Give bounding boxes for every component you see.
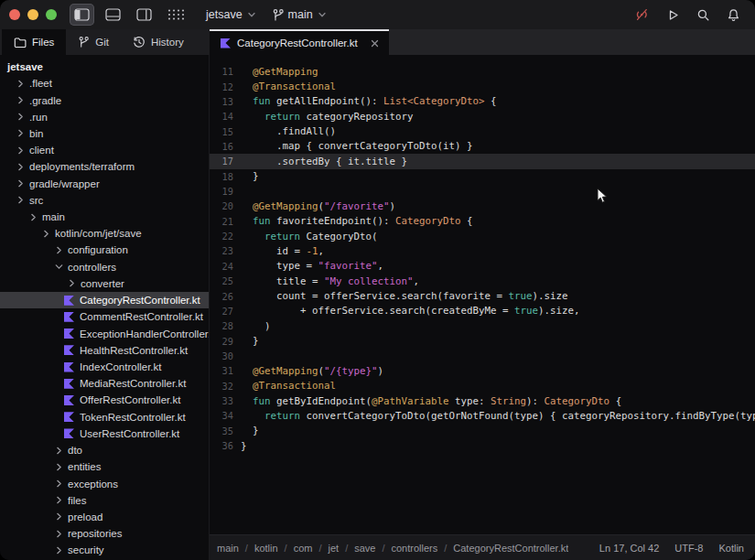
- chevron-right-icon[interactable]: [13, 178, 27, 190]
- code-line[interactable]: 33 fun getByIdEndpoint(@PathVariable typ…: [210, 393, 755, 408]
- tree-item[interactable]: MediaRestController.kt: [0, 375, 209, 392]
- tree-item[interactable]: .gradle: [0, 92, 209, 108]
- code-editor[interactable]: 11 @GetMapping12 @Transactional13 fun ge…: [210, 55, 755, 534]
- tree-item[interactable]: UserRestController.kt: [0, 425, 209, 442]
- project-switcher[interactable]: jetsave: [206, 8, 257, 21]
- line-number[interactable]: 27: [210, 306, 233, 317]
- code-line[interactable]: 22 return CategoryDto(: [210, 229, 755, 243]
- tree-item[interactable]: main: [0, 209, 209, 225]
- code-line[interactable]: 17 .sortedBy { it.title }: [210, 154, 755, 168]
- chevron-right-icon[interactable]: [64, 277, 79, 290]
- line-number[interactable]: 17: [210, 156, 233, 167]
- chevron-right-icon[interactable]: [13, 194, 27, 207]
- chevron-right-icon[interactable]: [51, 444, 66, 457]
- line-number[interactable]: 16: [210, 141, 233, 152]
- code-line[interactable]: 24 type = "favorite",: [210, 259, 755, 274]
- tree-item[interactable]: src: [0, 192, 209, 209]
- tree-item[interactable]: exceptions: [0, 475, 209, 491]
- code-line[interactable]: 14 return categoryRepository: [210, 109, 755, 124]
- search-button[interactable]: [693, 4, 714, 26]
- chevron-right-icon[interactable]: [51, 494, 66, 507]
- smart-mode-off-button[interactable]: [631, 4, 653, 26]
- line-number[interactable]: 32: [210, 381, 233, 392]
- code-line[interactable]: 26 count = offerService.search(favorite …: [210, 288, 755, 303]
- chevron-right-icon[interactable]: [13, 127, 27, 140]
- toggle-bottom-panel-button[interactable]: [101, 4, 125, 26]
- code-line[interactable]: 23 id = -1,: [210, 243, 755, 258]
- code-line[interactable]: 11 @GetMapping: [210, 64, 755, 79]
- tree-item[interactable]: files: [0, 492, 209, 509]
- line-number[interactable]: 35: [210, 425, 233, 436]
- code-line[interactable]: 15 .findAll(): [210, 124, 755, 138]
- tree-item[interactable]: TokenRestController.kt: [0, 409, 209, 425]
- tab-history[interactable]: History: [121, 29, 196, 55]
- code-line[interactable]: 34 return convertCategoryToDto(getOrNotF…: [210, 408, 755, 423]
- branch-switcher[interactable]: main: [272, 8, 328, 22]
- toggle-right-panel-button[interactable]: [132, 4, 156, 26]
- breadcrumb-segment[interactable]: com: [294, 543, 313, 554]
- line-number[interactable]: 33: [210, 395, 233, 406]
- code-line[interactable]: 21 fun favoriteEndpoint(): CategoryDto {: [210, 214, 755, 229]
- tree-item[interactable]: deployments/terraform: [0, 158, 209, 175]
- line-number[interactable]: 30: [210, 350, 233, 361]
- close-window-button[interactable]: [9, 9, 20, 20]
- minimize-window-button[interactable]: [27, 9, 38, 20]
- tree-item[interactable]: gradle/wrapper: [0, 176, 209, 192]
- line-number[interactable]: 14: [210, 111, 233, 122]
- code-line[interactable]: 29 }: [210, 333, 755, 348]
- notifications-button[interactable]: [723, 4, 744, 26]
- code-line[interactable]: 35 }: [210, 424, 755, 438]
- tree-item[interactable]: kotlin/com/jet/save: [0, 225, 209, 242]
- line-number[interactable]: 31: [210, 365, 233, 376]
- toggle-left-panel-button[interactable]: [70, 4, 94, 26]
- chevron-right-icon[interactable]: [51, 460, 66, 473]
- tree-item[interactable]: client: [0, 142, 209, 158]
- line-number[interactable]: 22: [210, 231, 233, 242]
- tab-files[interactable]: Files: [2, 29, 66, 55]
- line-number[interactable]: 15: [210, 126, 233, 137]
- line-number[interactable]: 21: [210, 216, 233, 227]
- chevron-right-icon[interactable]: [51, 511, 66, 523]
- editor-tab-categoryrestcontroller[interactable]: CategoryRestController.kt: [210, 29, 389, 55]
- run-button[interactable]: [663, 4, 684, 26]
- chevron-right-icon[interactable]: [13, 77, 27, 90]
- line-number[interactable]: 26: [210, 291, 233, 302]
- tree-item[interactable]: IndexController.kt: [0, 359, 209, 375]
- tree-item[interactable]: dto: [0, 442, 209, 458]
- tree-item[interactable]: repositories: [0, 525, 209, 542]
- code-line[interactable]: 32 @Transactional: [210, 379, 755, 393]
- chevron-right-icon[interactable]: [51, 527, 66, 540]
- chevron-down-icon[interactable]: [51, 261, 66, 274]
- chevron-right-icon[interactable]: [13, 160, 27, 173]
- line-number[interactable]: 12: [210, 81, 233, 92]
- close-tab-icon[interactable]: [370, 38, 380, 48]
- tree-item[interactable]: preload: [0, 509, 209, 525]
- line-number[interactable]: 28: [210, 320, 233, 331]
- tree-root-jetsave[interactable]: jetsave: [0, 59, 209, 75]
- code-line[interactable]: 27 + offerService.search(createdByMe = t…: [210, 304, 755, 318]
- tree-item[interactable]: HealthRestController.kt: [0, 342, 209, 359]
- chevron-right-icon[interactable]: [26, 210, 40, 223]
- line-number[interactable]: 19: [210, 186, 233, 197]
- tree-item[interactable]: .run: [0, 109, 209, 125]
- code-line[interactable]: 25 title = "My collection",: [210, 274, 755, 288]
- tree-item[interactable]: .fleet: [0, 75, 209, 92]
- zoom-window-button[interactable]: [46, 9, 57, 20]
- tree-item[interactable]: converter: [0, 275, 209, 292]
- code-line[interactable]: 20 @GetMapping("/favorite"): [210, 199, 755, 213]
- line-number[interactable]: 25: [210, 275, 233, 286]
- chevron-right-icon[interactable]: [51, 478, 66, 490]
- file-encoding[interactable]: UTF-8: [674, 543, 703, 554]
- code-line[interactable]: 30: [210, 349, 755, 363]
- line-number[interactable]: 11: [210, 66, 233, 77]
- tree-item[interactable]: controllers: [0, 259, 209, 275]
- code-line[interactable]: 18 }: [210, 169, 755, 184]
- code-line[interactable]: 36}: [210, 438, 755, 453]
- code-line[interactable]: 31 @GetMapping("/{type}"): [210, 363, 755, 378]
- line-number[interactable]: 24: [210, 261, 233, 272]
- tree-item[interactable]: CommentRestController.kt: [0, 308, 209, 325]
- breadcrumb-segment[interactable]: jet: [329, 543, 340, 554]
- code-line[interactable]: 19: [210, 184, 755, 199]
- line-number[interactable]: 18: [210, 171, 233, 182]
- tree-item[interactable]: ExceptionHandlerController.kt: [0, 325, 209, 341]
